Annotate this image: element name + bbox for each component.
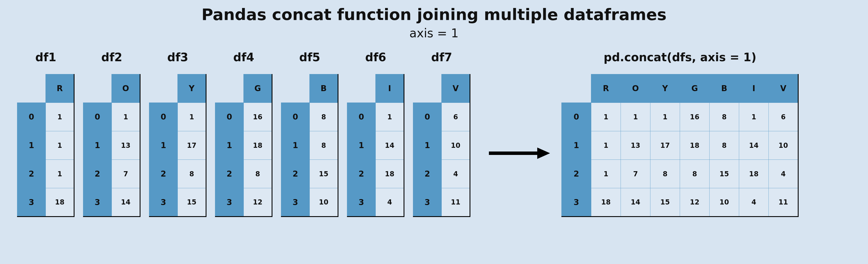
cell-value: 12 (680, 188, 710, 217)
cell-value: 4 (442, 160, 470, 188)
column-header: B (310, 74, 338, 103)
column-header: O (621, 74, 650, 103)
cell-value: 13 (112, 131, 140, 160)
cell-value: 8 (178, 160, 206, 188)
row-header: 1 (215, 131, 244, 160)
table-corner (347, 74, 376, 103)
df-table-block-df1: df1R011121318 (17, 51, 74, 217)
cell-value: 14 (739, 131, 769, 160)
column-header: V (769, 74, 798, 103)
result-table-block: pd.concat(dfs, axis = 1) ROYGBIV01111681… (561, 51, 799, 217)
df-table-df3: Y0111728315 (149, 74, 207, 217)
df-table-label: df2 (101, 51, 122, 64)
cell-value: 1 (650, 103, 680, 131)
cell-value: 10 (442, 131, 470, 160)
row-header: 2 (347, 160, 376, 188)
cell-value: 10 (310, 188, 338, 217)
cell-value: 1 (46, 131, 74, 160)
row-header: 0 (215, 103, 244, 131)
table-corner (215, 74, 244, 103)
cell-value: 11 (442, 188, 470, 217)
df-table-block-df4: df4G01611828312 (215, 51, 273, 217)
table-corner (413, 74, 442, 103)
row-header: 0 (347, 103, 376, 131)
row-header: 3 (149, 188, 178, 217)
cell-value: 18 (680, 131, 710, 160)
column-header: O (112, 74, 140, 103)
page-title: Pandas concat function joining multiple … (0, 5, 868, 24)
cell-value: 8 (680, 160, 710, 188)
svg-marker-1 (537, 148, 550, 159)
cell-value: 8 (710, 103, 739, 131)
table-corner (562, 74, 591, 103)
df-table-label: df1 (35, 51, 56, 64)
cell-value: 14 (376, 131, 404, 160)
row-header: 1 (83, 131, 112, 160)
column-header: B (710, 74, 739, 103)
cell-value: 8 (244, 160, 272, 188)
table-corner (149, 74, 178, 103)
table-corner (83, 74, 112, 103)
row-header: 2 (17, 160, 46, 188)
cell-value: 15 (178, 188, 206, 217)
df-table-label: df6 (365, 51, 386, 64)
row-header: 1 (281, 131, 310, 160)
cell-value: 14 (621, 188, 650, 217)
df-table-df4: G01611828312 (215, 74, 273, 217)
cell-value: 17 (178, 131, 206, 160)
df-table-block-df6: df6I0111421834 (347, 51, 404, 217)
row-header: 3 (562, 188, 591, 217)
row-header: 3 (281, 188, 310, 217)
df-table-block-df3: df3Y0111728315 (149, 51, 207, 217)
row-header: 2 (562, 160, 591, 188)
column-header: R (591, 74, 621, 103)
cell-value: 14 (112, 188, 140, 217)
cell-value: 18 (376, 160, 404, 188)
df-table-label: df4 (233, 51, 254, 64)
cell-value: 1 (739, 103, 769, 131)
cell-value: 1 (178, 103, 206, 131)
row-header: 3 (17, 188, 46, 217)
cell-value: 18 (591, 188, 621, 217)
cell-value: 1 (46, 160, 74, 188)
cell-value: 4 (376, 188, 404, 217)
row-header: 2 (215, 160, 244, 188)
cell-value: 1 (46, 103, 74, 131)
df-table-df5: B0818215310 (281, 74, 338, 217)
column-header: V (442, 74, 470, 103)
row-header: 2 (83, 160, 112, 188)
cell-value: 15 (310, 160, 338, 188)
cell-value: 16 (680, 103, 710, 131)
cell-value: 18 (739, 160, 769, 188)
cell-value: 1 (112, 103, 140, 131)
small-tables-container: df1R011121318df2O0111327314df3Y011172831… (17, 51, 470, 217)
cell-value: 11 (769, 188, 798, 217)
row-header: 0 (281, 103, 310, 131)
row-header: 0 (562, 103, 591, 131)
row-header: 0 (83, 103, 112, 131)
cell-value: 4 (769, 160, 798, 188)
row-header: 2 (149, 160, 178, 188)
cell-value: 1 (376, 103, 404, 131)
row-header: 3 (83, 188, 112, 217)
df-table-block-df7: df7V0611024311 (413, 51, 470, 217)
cell-value: 7 (112, 160, 140, 188)
cell-value: 8 (650, 160, 680, 188)
cell-value: 15 (650, 188, 680, 217)
df-table-df7: V0611024311 (413, 74, 470, 217)
cell-value: 1 (591, 103, 621, 131)
df-table-label: df7 (431, 51, 452, 64)
row-header: 1 (17, 131, 46, 160)
df-table-label: df3 (167, 51, 188, 64)
cell-value: 1 (591, 160, 621, 188)
cell-value: 8 (310, 131, 338, 160)
result-table-label: pd.concat(dfs, axis = 1) (604, 51, 756, 64)
table-corner (17, 74, 46, 103)
cell-value: 13 (621, 131, 650, 160)
cell-value: 16 (244, 103, 272, 131)
cell-value: 18 (244, 131, 272, 160)
cell-value: 10 (769, 131, 798, 160)
cell-value: 12 (244, 188, 272, 217)
cell-value: 4 (739, 188, 769, 217)
cell-value: 10 (710, 188, 739, 217)
